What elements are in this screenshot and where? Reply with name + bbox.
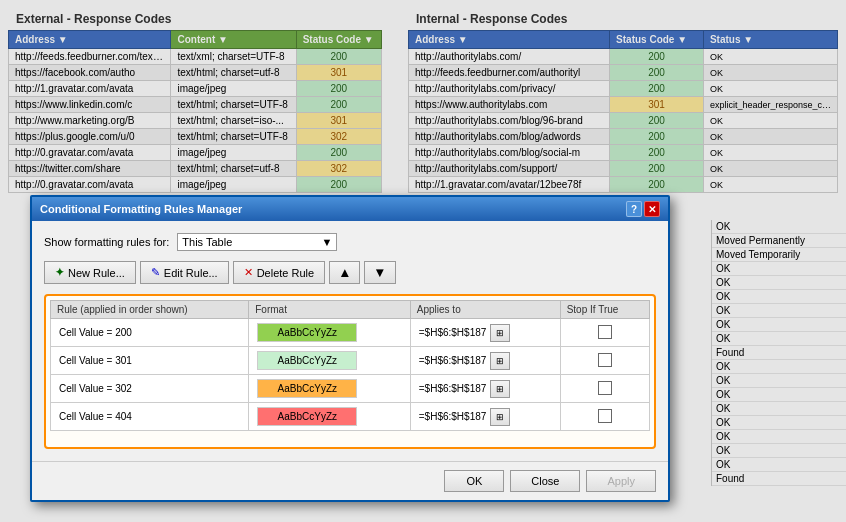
new-rule-label: New Rule... [68, 267, 125, 279]
col-rule-header: Rule (applied in order shown) [51, 301, 249, 319]
table-dropdown[interactable]: This Table ▼ [177, 233, 337, 251]
table-row: Cell Value = 404 AaBbCcYyZz =$H$6:$H$187… [51, 403, 650, 431]
cell-ref-button[interactable]: ⊞ [490, 324, 510, 342]
applies-to-value: =$H$6:$H$187 [419, 411, 487, 422]
stop-if-true-checkbox[interactable] [598, 353, 612, 367]
stop-if-true-cell [560, 347, 649, 375]
format-preview: AaBbCcYyZz [257, 323, 357, 342]
stop-if-true-checkbox[interactable] [598, 325, 612, 339]
rule-condition-cell: Cell Value = 200 [51, 319, 249, 347]
dialog-footer: OK Close Apply [32, 461, 668, 500]
cell-ref-button[interactable]: ⊞ [490, 352, 510, 370]
rule-applies-cell: =$H$6:$H$187 ⊞ [410, 403, 560, 431]
rule-format-cell: AaBbCcYyZz [249, 347, 411, 375]
rules-highlight: Rule (applied in order shown) Format App… [44, 294, 656, 449]
conditional-formatting-dialog: Conditional Formatting Rules Manager ? ✕… [30, 195, 670, 502]
rule-applies-cell: =$H$6:$H$187 ⊞ [410, 347, 560, 375]
edit-rule-label: Edit Rule... [164, 267, 218, 279]
stop-if-true-cell [560, 319, 649, 347]
applies-to-value: =$H$6:$H$187 [419, 355, 487, 366]
rule-condition-cell: Cell Value = 404 [51, 403, 249, 431]
new-rule-icon: ✦ [55, 266, 64, 279]
dialog-titlebar: Conditional Formatting Rules Manager ? ✕ [32, 197, 668, 221]
show-rules-label: Show formatting rules for: [44, 236, 169, 248]
dialog-title: Conditional Formatting Rules Manager [40, 203, 242, 215]
dialog-body: Show formatting rules for: This Table ▼ … [32, 221, 668, 461]
delete-rule-label: Delete Rule [257, 267, 314, 279]
apply-button[interactable]: Apply [586, 470, 656, 492]
stop-if-true-checkbox[interactable] [598, 409, 612, 423]
format-preview: AaBbCcYyZz [257, 407, 357, 426]
applies-to-value: =$H$6:$H$187 [419, 383, 487, 394]
dropdown-value: This Table [182, 236, 232, 248]
rule-condition-cell: Cell Value = 301 [51, 347, 249, 375]
delete-rule-button[interactable]: ✕ Delete Rule [233, 261, 325, 284]
col-stop-header: Stop If True [560, 301, 649, 319]
rule-format-cell: AaBbCcYyZz [249, 319, 411, 347]
rules-table: Rule (applied in order shown) Format App… [50, 300, 650, 431]
table-row: Cell Value = 301 AaBbCcYyZz =$H$6:$H$187… [51, 347, 650, 375]
move-down-button[interactable]: ▼ [364, 261, 395, 284]
move-up-button[interactable]: ▲ [329, 261, 360, 284]
dialog-close-button[interactable]: Close [510, 470, 580, 492]
rule-format-cell: AaBbCcYyZz [249, 375, 411, 403]
edit-rule-button[interactable]: ✎ Edit Rule... [140, 261, 229, 284]
col-format-header: Format [249, 301, 411, 319]
table-row: Cell Value = 200 AaBbCcYyZz =$H$6:$H$187… [51, 319, 650, 347]
format-preview: AaBbCcYyZz [257, 351, 357, 370]
titlebar-buttons: ? ✕ [626, 201, 660, 217]
help-button[interactable]: ? [626, 201, 642, 217]
close-title-button[interactable]: ✕ [644, 201, 660, 217]
table-row: Cell Value = 302 AaBbCcYyZz =$H$6:$H$187… [51, 375, 650, 403]
rule-applies-cell: =$H$6:$H$187 ⊞ [410, 319, 560, 347]
stop-if-true-checkbox[interactable] [598, 381, 612, 395]
toolbar-row: ✦ New Rule... ✎ Edit Rule... ✕ Delete Ru… [44, 261, 656, 284]
rules-table-body: Cell Value = 200 AaBbCcYyZz =$H$6:$H$187… [51, 319, 650, 431]
new-rule-button[interactable]: ✦ New Rule... [44, 261, 136, 284]
cell-ref-button[interactable]: ⊞ [490, 408, 510, 426]
rule-applies-cell: =$H$6:$H$187 ⊞ [410, 375, 560, 403]
cell-ref-button[interactable]: ⊞ [490, 380, 510, 398]
show-rules-row: Show formatting rules for: This Table ▼ [44, 233, 656, 251]
applies-to-value: =$H$6:$H$187 [419, 327, 487, 338]
edit-rule-icon: ✎ [151, 266, 160, 279]
stop-if-true-cell [560, 375, 649, 403]
stop-if-true-cell [560, 403, 649, 431]
format-preview: AaBbCcYyZz [257, 379, 357, 398]
rule-format-cell: AaBbCcYyZz [249, 403, 411, 431]
ok-button[interactable]: OK [444, 470, 504, 492]
delete-rule-icon: ✕ [244, 266, 253, 279]
dropdown-arrow-icon: ▼ [321, 236, 332, 248]
col-applies-header: Applies to [410, 301, 560, 319]
rule-condition-cell: Cell Value = 302 [51, 375, 249, 403]
